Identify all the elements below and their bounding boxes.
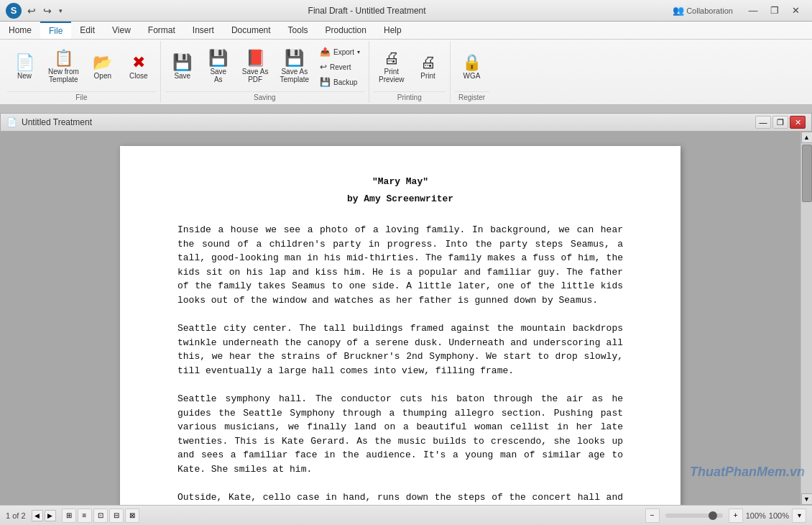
nav-prev-button[interactable]: ◀	[32, 510, 43, 521]
revert-button[interactable]: ↩ Revert	[315, 60, 364, 74]
open-button[interactable]: 📂 Open	[86, 51, 120, 83]
undo-button[interactable]: ↩	[24, 4, 39, 18]
collaboration-label: Collaboration	[686, 6, 733, 15]
restore-button[interactable]: ❐	[765, 3, 785, 19]
save-as-button[interactable]: 💾 Save As	[201, 47, 236, 87]
save-as-pdf-button[interactable]: 📕 Save As PDF	[237, 47, 274, 87]
nav-controls: ◀ ▶	[32, 510, 56, 521]
close-file-button[interactable]: ✖ Close	[121, 51, 156, 83]
print-button[interactable]: 🖨 Print	[411, 51, 446, 83]
window-controls: — ❐ ✕	[743, 3, 806, 19]
document-icon: 📄	[6, 117, 17, 127]
scroll-down-arrow[interactable]: ▼	[801, 493, 813, 505]
printing-group-label: Printing	[374, 91, 446, 101]
title-bar: S ↩ ↪ ▾ Final Draft - Untitled Treatment…	[0, 0, 812, 22]
export-icon: 📤	[320, 47, 331, 57]
app-logo[interactable]: S	[6, 3, 22, 19]
tab-edit[interactable]: Edit	[71, 22, 103, 39]
document-body: "Mary May" by Amy Screenwriter Inside a …	[0, 132, 812, 505]
ribbon-content: 📄 New 📋 New from Template 📂 Open ✖ Close…	[0, 40, 812, 104]
new-button[interactable]: 📄 New	[7, 51, 42, 83]
close-button[interactable]: ✕	[786, 3, 806, 19]
print-preview-button[interactable]: 🖨 Print Preview	[374, 47, 410, 87]
revert-icon: ↩	[320, 62, 327, 72]
view-icons: ⊞ ≡ ⊡ ⊟ ⊠	[62, 508, 139, 523]
tab-tools[interactable]: Tools	[280, 22, 317, 39]
tab-document[interactable]: Document	[223, 22, 280, 39]
zoom-thumb[interactable]	[709, 511, 717, 520]
new-label: New	[17, 72, 32, 80]
save-pdf-icon: 📕	[246, 50, 265, 66]
tab-insert[interactable]: Insert	[184, 22, 223, 39]
nav-next-button[interactable]: ▶	[45, 510, 56, 521]
wga-icon: 🔒	[462, 55, 481, 70]
save-button[interactable]: 💾 Save	[165, 51, 200, 83]
open-label: Open	[94, 72, 111, 80]
minimize-button[interactable]: —	[743, 3, 763, 19]
new-template-icon: 📋	[54, 50, 73, 66]
new-template-label: New from Template	[48, 68, 79, 83]
status-bar: 1 of 2 ◀ ▶ ⊞ ≡ ⊡ ⊟ ⊠ − + 100% 100% ▾	[0, 505, 812, 525]
wga-button[interactable]: 🔒 WGA	[455, 51, 489, 83]
tab-home[interactable]: Home	[0, 22, 40, 39]
scroll-thumb[interactable]	[802, 145, 812, 202]
document-author: by Amy Screenwriter	[177, 192, 623, 206]
collaboration-button[interactable]: 👥 Collaboration	[668, 4, 737, 17]
export-label: Export	[333, 48, 354, 56]
ribbon-group-printing: 🖨 Print Preview 🖨 Print Printing	[369, 41, 451, 103]
save-as-template-button[interactable]: 💾 Save As Template	[275, 47, 315, 87]
paragraph-3: Seattle symphony hall. The conductor cut…	[177, 392, 623, 476]
zoom-slider[interactable]	[665, 513, 723, 518]
paragraph-1: Inside a house we see a photo of a lovin…	[177, 223, 623, 307]
backup-button[interactable]: 💾 Backup	[315, 75, 364, 89]
document-page[interactable]: "Mary May" by Amy Screenwriter Inside a …	[120, 146, 680, 505]
printing-buttons: 🖨 Print Preview 🖨 Print	[374, 42, 446, 91]
view-icon-5[interactable]: ⊠	[125, 508, 139, 523]
tab-file[interactable]: File	[40, 22, 71, 39]
document-title-text: Untitled Treatment	[22, 117, 92, 127]
new-icon: 📄	[15, 55, 34, 70]
tab-format[interactable]: Format	[139, 22, 184, 39]
export-revert-backup-group: 📤 Export ▾ ↩ Revert 💾 Backup	[315, 45, 364, 89]
export-dropdown-arrow: ▾	[357, 49, 360, 55]
saving-group-label: Saving	[165, 91, 364, 101]
backup-label: Backup	[333, 78, 357, 86]
save-as-label: Save As	[210, 68, 226, 83]
tab-production[interactable]: Production	[317, 22, 375, 39]
undo-redo-group: ↩ ↪ ▾	[24, 4, 65, 18]
save-label: Save	[174, 72, 190, 80]
ribbon-group-saving: 💾 Save 💾 Save As 📕 Save As PDF 💾 Save As…	[161, 41, 369, 103]
ribbon-group-file: 📄 New 📋 New from Template 📂 Open ✖ Close…	[3, 41, 161, 103]
ribbon: Home File Edit View Format Insert Docume…	[0, 22, 812, 105]
document-page-area: "Mary May" by Amy Screenwriter Inside a …	[0, 132, 801, 505]
export-button[interactable]: 📤 Export ▾	[315, 45, 364, 59]
doc-restore-button[interactable]: ❐	[772, 116, 788, 129]
view-icon-1[interactable]: ⊞	[62, 508, 76, 523]
doc-close-button[interactable]: ✕	[790, 116, 806, 129]
file-buttons: 📄 New 📋 New from Template 📂 Open ✖ Close	[7, 42, 156, 91]
tab-view[interactable]: View	[103, 22, 139, 39]
window-title: Final Draft - Untitled Treatment	[308, 6, 426, 16]
titlebar-left: S ↩ ↪ ▾	[6, 3, 65, 19]
view-icon-2[interactable]: ≡	[78, 508, 92, 523]
document-titlebar: 📄 Untitled Treatment — ❐ ✕	[0, 113, 812, 132]
zoom-out-button[interactable]: −	[645, 508, 660, 523]
print-icon: 🖨	[420, 55, 436, 70]
new-from-template-button[interactable]: 📋 New from Template	[43, 47, 84, 87]
zoom-in-button[interactable]: +	[729, 508, 743, 523]
save-as-icon: 💾	[208, 50, 228, 66]
zoom-level-1: 100%	[746, 511, 766, 520]
view-icon-4[interactable]: ⊟	[109, 508, 124, 523]
zoom-dropdown-button[interactable]: ▾	[792, 508, 806, 523]
saving-buttons: 💾 Save 💾 Save As 📕 Save As PDF 💾 Save As…	[165, 42, 364, 91]
quick-access-dropdown[interactable]: ▾	[56, 6, 65, 16]
revert-label: Revert	[330, 63, 351, 71]
save-template-icon: 💾	[285, 50, 304, 66]
tab-help[interactable]: Help	[375, 22, 410, 39]
view-icon-3[interactable]: ⊡	[93, 508, 108, 523]
redo-button[interactable]: ↪	[40, 4, 55, 18]
document-scrollbar[interactable]: ▲ ▼	[801, 132, 812, 505]
statusbar-left: 1 of 2 ◀ ▶ ⊞ ≡ ⊡ ⊟ ⊠	[6, 508, 139, 523]
doc-minimize-button[interactable]: —	[755, 116, 771, 129]
scroll-up-arrow[interactable]: ▲	[801, 132, 813, 143]
